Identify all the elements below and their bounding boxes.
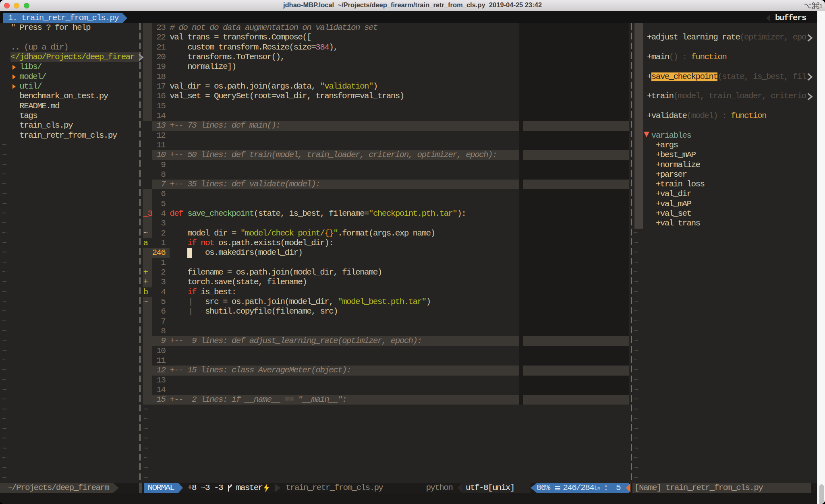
- svg-text:1: 1: [819, 3, 823, 9]
